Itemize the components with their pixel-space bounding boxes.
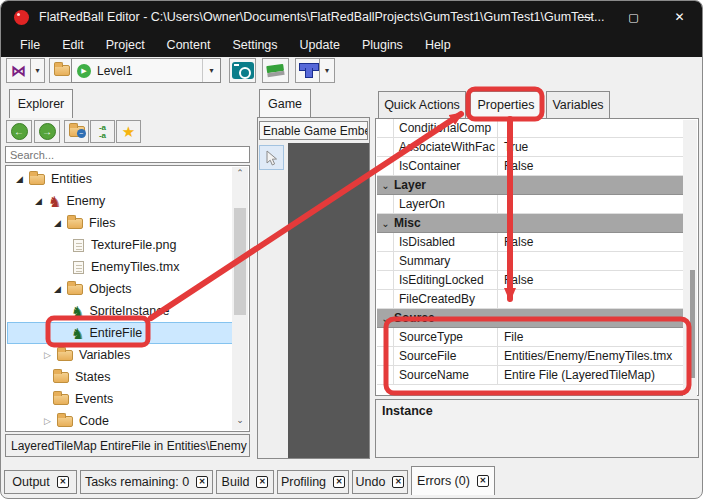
tiled-tool-button[interactable] — [295, 58, 320, 83]
tab-errors[interactable]: Errors (0)✕ — [411, 466, 495, 495]
enable-game-embedding-button[interactable]: Enable Game Embed — [259, 121, 368, 140]
tree-item-texturefile[interactable]: TextureFile.png — [7, 234, 235, 256]
collapsed-icon[interactable]: ▷ — [44, 350, 57, 360]
collapsed-icon[interactable]: ▷ — [44, 416, 57, 426]
visual-studio-dropdown-button[interactable]: ▾ — [30, 58, 45, 83]
tree-item-states[interactable]: States — [7, 366, 235, 388]
scrollbar-thumb[interactable] — [234, 208, 246, 315]
tab-properties[interactable]: Properties — [470, 91, 542, 118]
expanded-icon[interactable]: ◢ — [35, 196, 48, 206]
navigate-back-button[interactable]: ← — [6, 120, 32, 143]
tree-item-code[interactable]: ▷Code — [7, 410, 235, 432]
game-viewport[interactable] — [288, 143, 369, 458]
property-row[interactable]: FileCreatedBy — [377, 290, 684, 309]
folder-icon — [67, 218, 83, 229]
tree-item-events[interactable]: Events — [7, 388, 235, 410]
scrollbar-thumb[interactable] — [690, 270, 695, 378]
close-button[interactable]: ✕ — [657, 1, 702, 33]
menu-edit[interactable]: Edit — [51, 33, 95, 57]
scroll-up-icon[interactable]: ⌃ — [232, 168, 248, 182]
tab-tasks-remaining[interactable]: Tasks remaining: 0✕ — [80, 470, 213, 494]
menu-plugins[interactable]: Plugins — [351, 33, 414, 57]
expanded-icon[interactable]: ◢ — [54, 284, 67, 294]
tab-profiling[interactable]: Profiling✕ — [277, 470, 349, 494]
expanded-icon[interactable]: ◢ — [54, 218, 67, 228]
section-header-misc[interactable]: ⌄Misc — [377, 214, 684, 233]
tab-game[interactable]: Game — [259, 89, 311, 118]
section-header-layer[interactable]: ⌄Layer — [377, 176, 684, 195]
tab-quick-actions[interactable]: Quick Actions — [378, 91, 466, 118]
menu-content[interactable]: Content — [156, 33, 222, 57]
menu-help[interactable]: Help — [414, 33, 462, 57]
minimize-button[interactable]: ─ — [565, 1, 610, 33]
navigate-forward-button[interactable]: → — [34, 120, 60, 143]
property-row[interactable]: ConditionalComp — [377, 119, 684, 138]
property-row[interactable]: IsContainerFalse — [377, 157, 684, 176]
level-selector-value: Level1 — [97, 64, 132, 78]
tab-output[interactable]: Output✕ — [4, 470, 77, 494]
tree-item-enemytiles[interactable]: EnemyTiles.tmx — [7, 256, 235, 278]
tree-item-entirefile[interactable]: ♞EntireFile — [7, 322, 235, 344]
close-tab-icon[interactable]: ✕ — [196, 476, 208, 488]
section-header-source[interactable]: ⌄Source — [377, 309, 684, 328]
close-tab-icon[interactable]: ✕ — [57, 476, 69, 488]
tree-item-variables[interactable]: ▷Variables — [7, 344, 235, 366]
folder-icon — [54, 65, 70, 76]
tab-variables[interactable]: Variables — [546, 91, 610, 118]
tab-explorer[interactable]: Explorer — [9, 89, 73, 118]
open-in-visual-studio-button[interactable]: ⋈ — [6, 58, 31, 83]
scroll-down-icon[interactable]: ⌄ — [232, 415, 248, 429]
sort-button[interactable]: -a-a — [90, 120, 115, 143]
entity-icon: ♞ — [71, 326, 84, 341]
close-tab-icon[interactable]: ✕ — [256, 476, 268, 488]
close-tab-icon[interactable]: ✕ — [477, 475, 489, 487]
tree-item-objects[interactable]: ◢Objects — [7, 278, 235, 300]
cursor-tool-button[interactable] — [259, 145, 284, 170]
eraser-tool-button[interactable] — [262, 58, 289, 83]
play-icon: ▶ — [77, 64, 91, 78]
property-row-sourcetype[interactable]: SourceTypeFile — [377, 328, 684, 347]
tree-scrollbar[interactable]: ⌃ ⌄ — [232, 167, 248, 430]
collapse-all-button[interactable]: − — [64, 120, 89, 143]
property-row-sourcename[interactable]: SourceNameEntire File (LayeredTileMap) — [377, 366, 684, 385]
screenshot-button[interactable] — [229, 58, 256, 83]
folder-icon — [57, 416, 73, 427]
menu-project[interactable]: Project — [95, 33, 156, 57]
explorer-tree: ◢Entities ◢♞Enemy ◢Files TextureFile.png… — [5, 165, 250, 432]
property-grid: ConditionalComp AssociateWithFacTrue IsC… — [375, 118, 699, 396]
tiled-tool-dropdown-button[interactable]: ▾ — [319, 58, 335, 83]
folder-icon — [53, 394, 69, 405]
collapse-folder-icon: − — [69, 126, 85, 137]
close-tab-icon[interactable]: ✕ — [333, 476, 345, 488]
instance-header: Instance — [382, 404, 433, 418]
visual-studio-icon: ⋈ — [11, 63, 26, 78]
tree-item-spriteinstance[interactable]: ♞SpriteInstance — [7, 300, 235, 322]
expanded-icon[interactable]: ◢ — [16, 174, 29, 184]
chevron-down-icon: ⌄ — [377, 218, 394, 229]
chevron-down-icon: ▾ — [202, 59, 220, 82]
bookmarks-button[interactable]: ★ — [116, 120, 141, 143]
property-row[interactable]: LayerOn — [377, 195, 684, 214]
tree-item-entities[interactable]: ◢Entities — [7, 168, 235, 190]
tab-undo[interactable]: Undo✕ — [352, 470, 408, 494]
flatredball-logo-icon — [14, 10, 29, 25]
property-row[interactable]: IsDisabledFalse — [377, 233, 684, 252]
tab-build[interactable]: Build✕ — [216, 470, 274, 494]
menu-file[interactable]: File — [9, 33, 51, 57]
grid-scrollbar[interactable] — [683, 120, 697, 396]
level-selector-dropdown[interactable]: ▶ Level1 ▾ — [71, 58, 221, 83]
property-row[interactable]: AssociateWithFacTrue — [377, 138, 684, 157]
maximize-button[interactable]: ▢ — [611, 1, 656, 33]
property-row-sourcefile[interactable]: SourceFileEntities/Enemy/EnemyTiles.tmx — [377, 347, 684, 366]
menu-update[interactable]: Update — [289, 33, 351, 57]
menu-settings[interactable]: Settings — [221, 33, 288, 57]
close-tab-icon[interactable]: ✕ — [392, 476, 404, 488]
property-row[interactable]: Summary — [377, 252, 684, 271]
tree-item-files[interactable]: ◢Files — [7, 212, 235, 234]
folder-icon — [57, 350, 73, 361]
property-row[interactable]: IsEditingLockedFalse — [377, 271, 684, 290]
forward-arrow-icon: → — [39, 123, 56, 140]
search-input[interactable] — [5, 146, 250, 163]
window-title: FlatRedBall Editor - C:\Users\Owner\Docu… — [39, 10, 604, 24]
tree-item-enemy[interactable]: ◢♞Enemy — [7, 190, 235, 212]
